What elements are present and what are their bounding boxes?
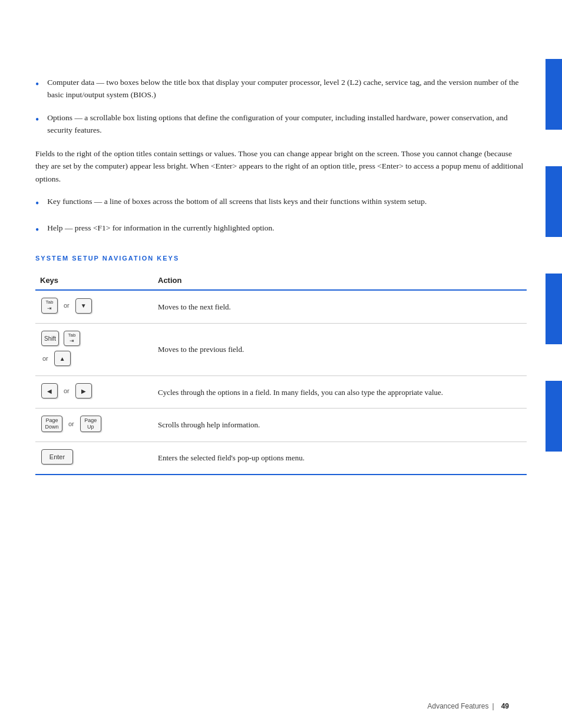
tab-key-1: Tab ⇥ [41,298,58,313]
col-header-keys: Keys [35,272,153,290]
pagedown-key: PageDown [41,416,62,432]
bullet-item-4: • Help — press <F1> for information in t… [35,222,527,238]
or-text-3: or [64,386,70,396]
action-cell-1: Moves to the next field. [153,290,527,323]
table-row: Tab ⇥ or ▼ Moves to the next field. [35,290,527,323]
nav-keys-table: Keys Action Tab ⇥ [35,272,527,475]
bullet-dot-2: • [35,112,39,128]
tab-icon: Tab ⇥ [46,299,54,311]
bullet-list-2: • Key functions — a line of boxes across… [35,196,527,238]
keys-cell-2: Shift Tab ⇥ or ▲ [35,323,153,375]
page-container: • Computer data — two boxes below the ti… [0,0,562,728]
tab-key-2: Tab ⇥ [64,331,80,346]
body-paragraph: Fields to the right of the option titles… [35,147,527,186]
main-content: • Computer data — two boxes below the ti… [35,0,527,540]
left-arrow-key: ◀ [41,383,58,398]
bullet-item-1: • Computer data — two boxes below the ti… [35,77,527,101]
key-row-1: Tab ⇥ or ▼ [40,297,148,314]
sidebar-tab-4 [546,381,562,452]
keys-cell-4: PageDown or PageUp [35,409,153,442]
sidebar-tab-3 [546,274,562,344]
action-cell-2: Moves to the previous field. [153,323,527,375]
pageup-key: PageUp [80,416,101,432]
key-row-2a: Shift Tab ⇥ [40,330,148,347]
table-row: Enter Enters the selected field's pop-up… [35,442,527,475]
footer-section-label: Advanced Features [427,702,488,710]
key-row-3: ◀ or ▶ [40,382,148,400]
section-heading: System Setup Navigation Keys [35,255,527,262]
shift-key: Shift [41,331,59,346]
down-arrow-key: ▼ [75,298,92,314]
footer: Advanced Features | 49 [0,702,544,710]
keys-cell-5: Enter [35,442,153,475]
bullet-text-3: Key functions — a line of boxes across t… [47,196,527,208]
tab-icon-2: Tab ⇥ [68,332,76,344]
enter-key: Enter [41,449,73,465]
up-arrow-key: ▲ [54,351,71,366]
right-arrow-key: ▶ [75,383,92,398]
table-row: PageDown or PageUp Scrolls through help … [35,409,527,442]
keys-cell-1: Tab ⇥ or ▼ [35,290,153,323]
bullet-text-1: Computer data — two boxes below the titl… [47,77,527,101]
key-row-4: PageDown or PageUp [40,414,148,433]
key-row-2b: or ▲ [40,350,148,367]
table-row: ◀ or ▶ Cycles through the options in a f… [35,376,527,409]
footer-page-number: 49 [501,702,509,710]
bullet-item-2: • Options — a scrollable box listing opt… [35,112,527,137]
action-cell-4: Scrolls through help information. [153,409,527,442]
table-row: Shift Tab ⇥ or ▲ [35,323,527,375]
table-header-row: Keys Action [35,272,527,290]
action-cell-5: Enters the selected field's pop-up optio… [153,442,527,475]
col-header-action: Action [153,272,527,290]
or-text-2: or [42,354,48,364]
sidebar-tabs [546,0,562,728]
footer-separator: | [492,702,494,710]
keys-cell-3: ◀ or ▶ [35,376,153,409]
or-text-1: or [64,301,70,311]
bullet-dot-3: • [35,196,39,212]
bullet-dot-1: • [35,77,39,93]
bullet-text-4: Help — press <F1> for information in the… [47,222,527,235]
key-row-5: Enter [40,448,148,466]
bullet-item-3: • Key functions — a line of boxes across… [35,196,527,212]
action-cell-3: Cycles through the options in a field. I… [153,376,527,409]
bullet-dot-4: • [35,222,39,238]
bullet-text-2: Options — a scrollable box listing optio… [47,112,527,137]
sidebar-tab-2 [546,166,562,237]
bullet-list-1: • Computer data — two boxes below the ti… [35,77,527,137]
sidebar-tab-1 [546,59,562,130]
or-text-4: or [68,419,74,429]
